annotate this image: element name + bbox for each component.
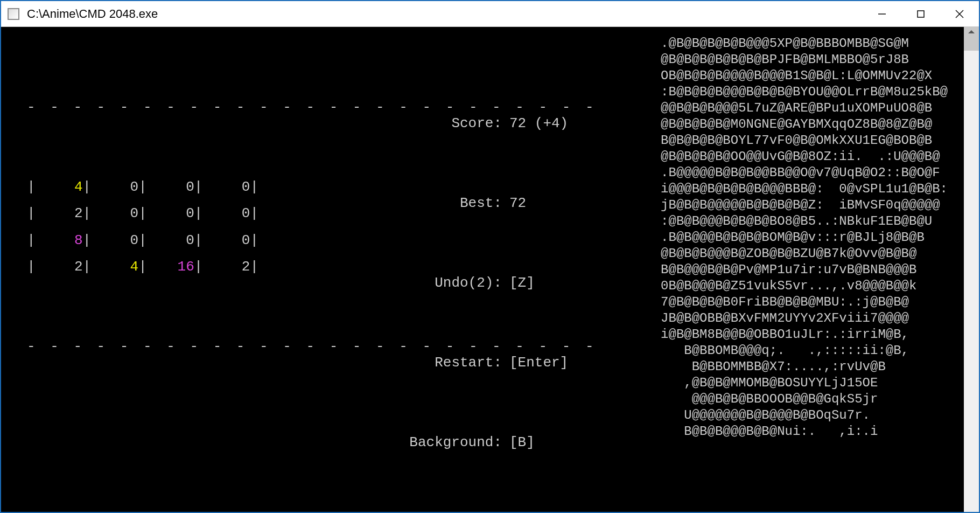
board-cell: 16 [147,254,194,280]
cell-divider: | [250,200,258,227]
best-value: 72 [502,190,526,217]
minimize-icon [877,9,887,19]
board-cell: 0 [147,227,194,254]
cell-divider: | [194,227,203,254]
board-cell: 0 [202,174,250,200]
cell-divider: | [138,254,147,280]
restart-label: Restart: [324,350,502,376]
cell-divider: | [27,200,36,227]
cell-divider: | [250,254,258,280]
board-cell: 8 [36,227,83,254]
undo-label: Undo(2): [324,270,502,296]
info-panel: Score: 72 (+4) Best: 72 Undo(2): [Z] Res… [324,57,568,510]
board-cell: 2 [36,254,83,280]
vertical-scrollbar[interactable] [964,27,979,512]
board-cell: 0 [202,200,250,227]
cell-divider: | [83,254,92,280]
scrollbar-thumb[interactable] [964,27,979,51]
restart-value: [Enter] [502,350,568,376]
cell-divider: | [250,174,258,200]
cell-divider: | [83,200,92,227]
cell-divider: | [250,227,258,254]
board-cell: 4 [36,174,83,200]
board-cell: 2 [202,254,250,280]
window-title: C:\Anime\CMD 2048.exe [27,7,863,21]
app-icon [8,8,19,20]
console-output[interactable]: - - - - - - - - - - - - - - - - - - - - … [1,27,964,512]
svg-rect-1 [918,11,924,17]
score-value: 72 (+4) [502,110,568,137]
board-cell: 0 [147,200,194,227]
board-cell: 0 [91,174,138,200]
maximize-button[interactable] [901,1,940,26]
cell-divider: | [138,227,147,254]
board-cell: 0 [91,200,138,227]
close-button[interactable] [940,1,979,26]
background-label: Background: [324,429,502,456]
console-container: - - - - - - - - - - - - - - - - - - - - … [1,27,979,512]
maximize-icon [916,10,925,18]
cell-divider: | [83,174,92,200]
close-icon [955,9,964,19]
undo-value: [Z] [502,270,535,296]
cell-divider: | [194,174,203,200]
cell-divider: | [138,174,147,200]
cell-divider: | [27,227,36,254]
minimize-button[interactable] [863,1,901,26]
board-cell: 0 [147,174,194,200]
score-label: Score: [324,110,502,137]
cell-divider: | [27,254,36,280]
background-value: [B] [502,429,535,456]
cell-divider: | [194,200,203,227]
cell-divider: | [27,174,36,200]
window-titlebar: C:\Anime\CMD 2048.exe [1,1,979,27]
cell-divider: | [138,200,147,227]
cell-divider: | [83,227,92,254]
board-cell: 4 [91,254,138,280]
board-cell: 2 [36,200,83,227]
cell-divider: | [194,254,203,280]
board-cell: 0 [202,227,250,254]
window-controls [863,1,979,26]
ascii-art: .@B@B@B@B@B@@@5XP@B@BBBOMBB@SG@M @B@B@B@… [661,36,948,440]
board-cell: 0 [91,227,138,254]
best-label: Best: [324,190,502,217]
